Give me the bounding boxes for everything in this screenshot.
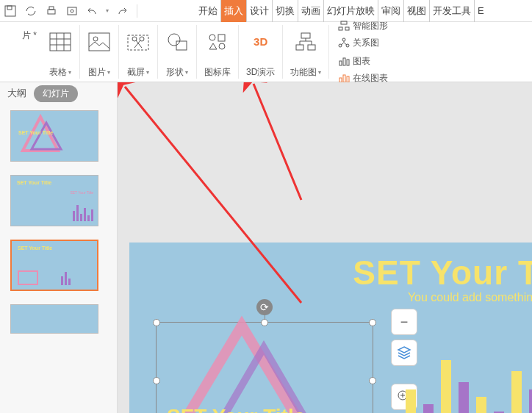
textbox-title[interactable]: SET Your Title: [167, 405, 305, 413]
ribbon-group-3d: 3D 3D演示: [239, 25, 283, 79]
thumbnail-list: SET Your Title SET Your Title SET Your T…: [0, 104, 117, 413]
preview-icon[interactable]: [65, 4, 79, 18]
save-icon[interactable]: [3, 4, 18, 18]
resize-handle-tr[interactable]: [369, 319, 376, 326]
svg-point-16: [168, 34, 180, 46]
svg-line-41: [254, 84, 301, 200]
table-button[interactable]: 表格▾: [48, 26, 72, 79]
table-icon: [48, 30, 72, 54]
svg-point-5: [71, 10, 73, 12]
screenshot-button[interactable]: 截屏▾: [126, 26, 150, 79]
three-d-icon: 3D: [249, 30, 273, 54]
screenshot-label: 截屏: [127, 66, 145, 79]
mini-bars: [73, 205, 93, 221]
slide-canvas[interactable]: SET Your T You could add something ⟳ SET…: [129, 243, 532, 413]
chevron-down-icon: ▾: [107, 69, 110, 76]
svg-rect-21: [301, 33, 310, 38]
slide-thumb-1[interactable]: SET Your Title: [10, 110, 98, 162]
tab-transition[interactable]: 切换: [273, 0, 298, 22]
sync-icon[interactable]: [24, 4, 38, 18]
thumb-sub: SET Your Title: [70, 190, 93, 195]
ribbon-group-picture: 图片▾: [80, 25, 119, 79]
chart-label: 图表: [353, 55, 370, 68]
svg-rect-0: [5, 6, 15, 16]
svg-rect-24: [341, 21, 347, 24]
chevron-down-icon: ▾: [318, 69, 321, 76]
tab-start[interactable]: 开始: [195, 0, 221, 22]
undo-icon[interactable]: [85, 4, 100, 18]
svg-rect-23: [308, 45, 315, 50]
print-icon[interactable]: [44, 4, 59, 18]
ribbon-group-funcgraph: 功能图▾: [283, 25, 329, 79]
scissors-icon: [126, 30, 150, 54]
svg-rect-25: [339, 27, 342, 30]
tab-view[interactable]: 视图: [404, 0, 430, 22]
iconlib-icon: [206, 30, 229, 54]
resize-handle-ml[interactable]: [153, 377, 160, 384]
svg-rect-26: [345, 27, 349, 30]
slide-thumb-3[interactable]: SET Your Title: [10, 240, 98, 291]
zoom-out-button[interactable]: −: [391, 309, 417, 335]
smartart-icon: [338, 21, 350, 31]
funcgraph-button[interactable]: 功能图▾: [290, 26, 321, 79]
svg-rect-1: [7, 6, 12, 10]
ribbon-group-smart: 智能图形 关系图 图表 在线图表: [329, 25, 397, 79]
undo-dropdown-icon[interactable]: ▾: [106, 7, 109, 14]
triangle-graphic: [168, 326, 315, 413]
picture-label: 图片: [88, 66, 106, 79]
3d-button[interactable]: 3D 3D演示: [246, 26, 275, 79]
ribbon-group-shapes: 形状▾: [158, 25, 197, 79]
svg-point-27: [342, 38, 345, 41]
picture-button[interactable]: 图片▾: [87, 26, 111, 79]
slide-thumb-4[interactable]: [10, 304, 98, 334]
canvas-area[interactable]: SET Your T You could add something ⟳ SET…: [118, 82, 532, 413]
view-switch: 大纲 幻灯片: [0, 82, 117, 104]
svg-rect-34: [343, 75, 345, 82]
shapes-label: 形状: [166, 66, 184, 79]
slides-tab[interactable]: 幻灯片: [34, 85, 78, 102]
iconlib-button[interactable]: 图标库: [204, 26, 231, 79]
separator: [137, 4, 137, 18]
resize-handle-mr[interactable]: [369, 377, 376, 384]
chevron-down-icon: ▾: [68, 69, 71, 76]
shapes-icon: [165, 30, 189, 54]
slide-thumb-2[interactable]: SET Your Title SET Your Title: [10, 175, 98, 226]
thumb-title: SET Your Title: [17, 180, 51, 185]
tab-design[interactable]: 设计: [247, 0, 273, 22]
svg-rect-11: [89, 33, 109, 51]
relation-button[interactable]: 关系图: [338, 37, 388, 49]
onlinechart-icon: [338, 73, 350, 83]
relation-label: 关系图: [353, 37, 379, 49]
resize-handle-tl[interactable]: [153, 319, 160, 326]
chart-button[interactable]: 图表: [338, 55, 388, 68]
tab-insert[interactable]: 插入: [221, 0, 247, 22]
funcgraph-label: 功能图: [290, 66, 317, 79]
tab-animation[interactable]: 动画: [298, 0, 324, 22]
selection-box[interactable]: ⟳ SET Your Title: [156, 322, 373, 413]
rotate-handle[interactable]: ⟳: [256, 299, 273, 315]
ribbon-group-table: 表格▾: [41, 25, 80, 79]
svg-rect-6: [50, 33, 71, 51]
svg-rect-3: [49, 7, 54, 10]
flowchart-icon: [294, 30, 317, 54]
redo-icon[interactable]: [115, 4, 129, 18]
tab-devtools[interactable]: 开发工具: [430, 0, 475, 22]
shapes-button[interactable]: 形状▾: [165, 26, 189, 79]
table-label: 表格: [49, 66, 67, 79]
chart-icon: [338, 56, 350, 66]
ribbon-group-screenshot: 截屏▾: [119, 25, 158, 79]
ribbon-left-partial: 片 *: [0, 25, 41, 79]
svg-point-12: [93, 37, 98, 41]
smartart-label: 智能图形: [353, 20, 388, 32]
mini-bars: [61, 272, 71, 285]
ribbon-group-iconlib: 图标库: [197, 25, 239, 79]
smartart-button[interactable]: 智能图形: [338, 20, 388, 32]
svg-rect-22: [296, 45, 303, 50]
tab-partial[interactable]: E: [475, 0, 487, 22]
svg-rect-32: [347, 60, 349, 65]
outline-tab[interactable]: 大纲: [4, 87, 29, 100]
bar-chart: [406, 338, 532, 413]
thumb-title: SET Your Title: [18, 130, 53, 135]
mini-screen-icon: [18, 270, 38, 285]
chevron-down-icon: ▾: [185, 69, 188, 76]
